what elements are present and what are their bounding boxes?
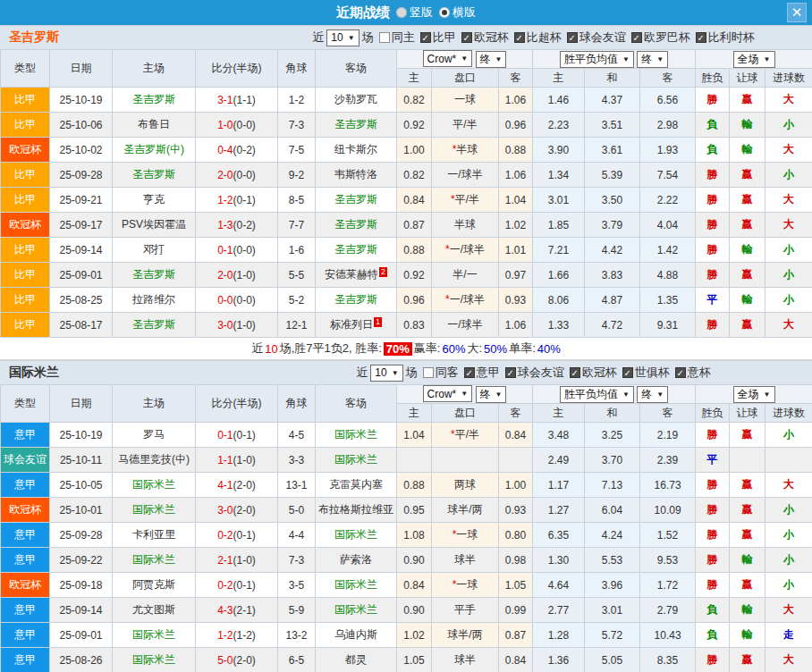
league-filter-checkbox[interactable]: ✓世俱杯 xyxy=(622,365,670,381)
result-goals-cell: 小 xyxy=(765,498,812,523)
match-date-cell: 25-09-01 xyxy=(50,623,113,648)
result-goals-cell: 小 xyxy=(765,523,812,548)
home-odds-cell: 0.82 xyxy=(397,88,432,113)
league-filter-checkbox[interactable]: ✓比超杯 xyxy=(514,29,562,46)
subcol-avg-draw: 和 xyxy=(585,69,640,88)
home-team-cell: 罗马 xyxy=(113,423,196,448)
layout-radio-vertical[interactable]: 竖版 xyxy=(396,4,433,21)
corner-cell: 5-0 xyxy=(278,498,316,523)
home-odds-cell: 1.02 xyxy=(397,623,432,648)
subcol-home-odds: 主 xyxy=(397,69,432,88)
final-odds-dropdown[interactable]: 终▼ xyxy=(476,51,507,68)
avg-lose-cell: 9.53 xyxy=(640,548,696,573)
league-filter-checkbox[interactable]: ✓球会友谊 xyxy=(505,365,564,381)
result-wdl-cell: 負 xyxy=(696,138,730,163)
away-odds-cell: 0.99 xyxy=(499,598,533,623)
fulltime-dropdown[interactable]: 全场▼ xyxy=(733,51,775,68)
avg-draw-cell: 3.83 xyxy=(585,263,640,288)
match-date-cell: 25-10-19 xyxy=(50,423,113,448)
match-date-cell: 25-09-22 xyxy=(50,548,113,573)
home-team-cell: 圣吉罗斯 xyxy=(113,88,196,113)
league-filter-checkbox[interactable]: ✓欧罗巴杯 xyxy=(631,29,690,46)
subcol-wdl: 胜负 xyxy=(696,404,730,423)
result-goals-cell: 大 xyxy=(765,138,812,163)
avg-odds-dropdown[interactable]: 胜平负均值▼ xyxy=(560,386,634,403)
away-team-cell: 国际米兰 xyxy=(316,423,397,448)
result-handicap-cell: 輸 xyxy=(730,548,765,573)
league-filter-checkbox[interactable]: ✓球会友谊 xyxy=(567,29,626,46)
league-filter-checkbox[interactable]: ✓意杯 xyxy=(675,365,711,381)
league-filter-checkbox[interactable]: ✓比甲 xyxy=(420,29,456,46)
league-filter-checkbox[interactable]: ✓欧冠杯 xyxy=(461,29,509,46)
league-filter-checkbox[interactable]: ✓欧冠杯 xyxy=(570,365,617,381)
checkbox-unchecked-icon xyxy=(423,367,434,378)
chevron-down-icon: ▼ xyxy=(461,390,468,398)
result-goals-cell: 小 xyxy=(765,573,812,598)
match-row: 意甲25-10-19罗马0-1(0-1)4-5国际米兰1.04*平/半0.843… xyxy=(1,423,812,448)
corner-cell: 5-9 xyxy=(278,598,316,623)
avg-draw-cell: 4.87 xyxy=(585,288,640,313)
avg-draw-cell: 4.24 xyxy=(585,523,640,548)
home-odds-cell: 0.88 xyxy=(397,473,432,498)
match-type-cell: 意甲 xyxy=(1,473,50,498)
away-team-cell: 圣吉罗斯 xyxy=(316,238,397,263)
away-odds-cell: 0.96 xyxy=(499,113,533,138)
home-team-cell: 圣吉罗斯 xyxy=(113,163,196,188)
score-cell: 3-1(1-1) xyxy=(196,88,278,113)
bookmaker-dropdown[interactable]: Crow*▼ xyxy=(423,50,473,67)
handicap-cell: *半球 xyxy=(432,138,499,163)
result-wdl-cell: 勝 xyxy=(696,648,730,672)
match-type-cell: 意甲 xyxy=(1,423,50,448)
bookmaker-dropdown[interactable]: Crow*▼ xyxy=(423,385,473,402)
subcol-handicap: 盘口 xyxy=(432,69,499,88)
league-filter-checkbox[interactable]: ✓比利时杯 xyxy=(696,29,755,46)
avg-lose-cell: 10.09 xyxy=(640,498,696,523)
avg-draw-cell: 3.96 xyxy=(585,573,640,598)
layout-radio-horizontal[interactable]: 横版 xyxy=(439,4,476,21)
home-team-cell: 卡利亚里 xyxy=(113,523,196,548)
away-odds-cell: 0.93 xyxy=(499,498,533,523)
final-avg-dropdown[interactable]: 终▼ xyxy=(637,386,668,403)
handicap-cell: *一球 xyxy=(432,523,499,548)
fulltime-dropdown[interactable]: 全场▼ xyxy=(733,386,775,403)
avg-lose-cell: 2.22 xyxy=(640,188,696,213)
result-wdl-cell: 勝 xyxy=(696,263,730,288)
match-date-cell: 25-10-02 xyxy=(50,138,113,163)
result-goals-cell: 大 xyxy=(765,313,812,338)
close-button[interactable]: ✕ xyxy=(787,3,807,22)
result-wdl-cell: 勝 xyxy=(696,213,730,238)
result-goals-cell: 大 xyxy=(765,473,812,498)
away-team-cell: 萨索洛 xyxy=(316,548,397,573)
section-header: 国际米兰 近 10▼ 场 同客 ✓意甲✓球会友谊✓欧冠杯✓世俱杯✓意杯 xyxy=(0,360,812,384)
score-cell: 0-4(0-2) xyxy=(196,138,278,163)
match-row: 比甲25-09-21亨克1-2(0-1)8-5圣吉罗斯0.84*平/半1.043… xyxy=(1,188,812,213)
result-wdl-cell: 平 xyxy=(696,288,730,313)
avg-lose-cell: 1.93 xyxy=(640,138,696,163)
avg-odds-dropdown[interactable]: 胜平负均值▼ xyxy=(560,51,634,68)
final-odds-dropdown[interactable]: 终▼ xyxy=(476,386,507,403)
checkbox-checked-icon: ✓ xyxy=(505,367,516,378)
match-count-select[interactable]: 10▼ xyxy=(370,365,402,382)
handicap-cell: 球半/两 xyxy=(432,498,499,523)
chevron-down-icon: ▼ xyxy=(656,55,664,63)
home-team-cell: 亨克 xyxy=(113,188,196,213)
radio-unchecked-icon xyxy=(396,7,407,18)
subcol-handicap: 盘口 xyxy=(432,404,499,423)
match-count-select[interactable]: 10▼ xyxy=(326,29,359,46)
avg-win-cell: 2.77 xyxy=(533,598,585,623)
avg-draw-cell: 7.13 xyxy=(585,473,640,498)
league-filter-checkbox[interactable]: ✓意甲 xyxy=(464,365,500,381)
home-odds-cell: 0.83 xyxy=(397,313,432,338)
avg-win-cell: 1.28 xyxy=(533,623,585,648)
avg-draw-cell: 5.72 xyxy=(585,623,640,648)
away-odds-cell: 1.06 xyxy=(499,88,533,113)
match-date-cell: 25-09-14 xyxy=(50,238,113,263)
result-handicap-cell: 贏 xyxy=(730,313,765,338)
same-venue-checkbox[interactable]: 同客 xyxy=(423,365,459,381)
handicap-cell: *平/半 xyxy=(432,423,499,448)
same-venue-checkbox[interactable]: 同主 xyxy=(379,29,415,46)
match-type-cell: 意甲 xyxy=(1,523,50,548)
score-cell: 2-0(1-0) xyxy=(196,263,278,288)
score-cell: 2-0(0-0) xyxy=(196,163,278,188)
final-avg-dropdown[interactable]: 终▼ xyxy=(637,51,668,68)
